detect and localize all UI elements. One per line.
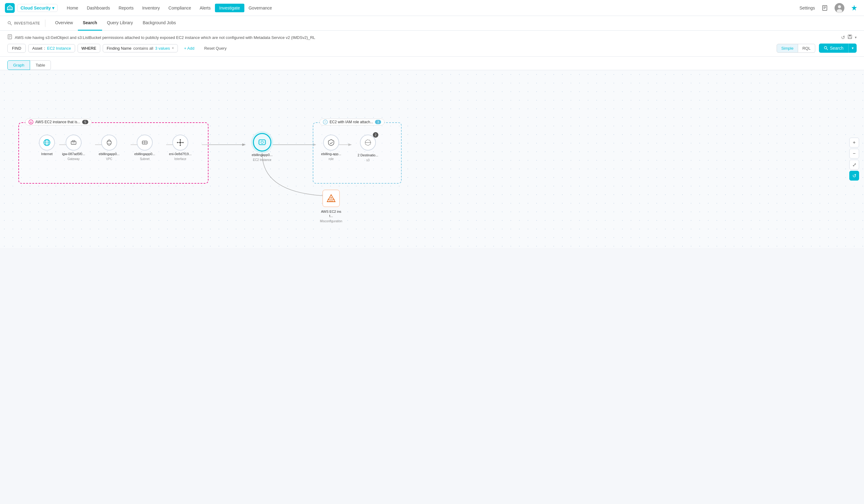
svg-point-54 (261, 141, 263, 143)
rql-mode-button[interactable]: RQL (798, 44, 815, 53)
svg-point-51 (177, 142, 178, 143)
svg-text:⊛: ⊛ (30, 121, 32, 124)
product-switcher[interactable]: Cloud Security ▾ (17, 4, 58, 12)
filter-values: 3 values (155, 46, 170, 51)
svg-line-20 (826, 49, 828, 50)
node-s3[interactable]: 2 2 Destinatio... s3 (356, 135, 380, 162)
book-icon-btn[interactable] (820, 3, 830, 13)
assistant-icon-btn[interactable] (849, 3, 859, 13)
node-ec2main-sublabel: EC2 Instance (253, 158, 271, 161)
group1-count: 5 (82, 120, 88, 124)
query-description: AWS role having s3:GetObject and s3:List… (7, 34, 857, 40)
nav-investigate[interactable]: Investigate (215, 4, 244, 12)
filter-operator: contains all (133, 46, 153, 51)
zoom-in-button[interactable]: + (849, 137, 859, 147)
search-chevron-button[interactable]: ▾ (848, 44, 857, 53)
graph-view-tab[interactable]: Graph (7, 60, 30, 70)
product-name: Cloud Security (21, 5, 51, 10)
node-misconfiguration[interactable]: AWS EC2 inst... Misconfiguration (316, 190, 347, 223)
node-vpc-sublabel: VPC (106, 157, 112, 161)
node-misc-sublabel: Misconfiguration (320, 219, 343, 223)
nav-governance[interactable]: Governance (244, 4, 276, 12)
node-vpc-label: ebillingapp0... (99, 152, 120, 156)
node-subnet-sublabel: Subnet (140, 157, 149, 161)
doc-icon (7, 34, 12, 40)
tab-query-library[interactable]: Query Library (102, 16, 138, 31)
node-misc-label: AWS EC2 inst... (319, 209, 343, 218)
filter-chip[interactable]: Finding Name contains all 3 values × (103, 44, 178, 52)
nav-alerts[interactable]: Alerts (195, 4, 215, 12)
mode-selector: Simple RQL (777, 44, 815, 53)
node-role-circle (323, 135, 339, 151)
node-ec2main[interactable]: ebillingapp0... EC2 Instance (248, 133, 276, 161)
nav-reports[interactable]: Reports (115, 4, 138, 12)
search-group: Search ▾ (819, 44, 857, 53)
fit-view-button[interactable]: ⤢ (849, 160, 859, 169)
filter-name: Finding Name (107, 46, 132, 51)
zoom-out-button[interactable]: − (849, 149, 859, 158)
add-button[interactable]: + Add (180, 44, 198, 52)
graph-area: ⊛ AWS EC2 instance that is... 5 ⟳ EC2 wi… (0, 70, 864, 248)
nav-inventory[interactable]: Inventory (138, 4, 164, 12)
sub-nav-divider (45, 20, 45, 27)
find-button[interactable]: FIND (7, 44, 26, 53)
main-nav: Home Dashboards Reports Inventory Compli… (62, 4, 276, 12)
group-iam-label: ⟳ EC2 with IAM role attach... 3 (320, 119, 384, 125)
svg-point-44 (179, 142, 181, 143)
node-subnet-circle (137, 135, 153, 151)
svg-point-49 (180, 139, 181, 141)
group2-label-text: EC2 with IAM role attach... (329, 120, 373, 124)
node-vpc[interactable]: ebillingapp0... VPC (97, 135, 121, 161)
undo-icon[interactable]: ↺ (841, 35, 845, 40)
svg-rect-17 (849, 35, 851, 36)
svg-point-8 (837, 9, 842, 13)
node-igw-sublabel: Gateway (68, 157, 80, 161)
s3-badge: 2 (373, 132, 379, 137)
asset-type-value: EC2 Instance (47, 46, 71, 51)
search-button[interactable]: Search (819, 44, 848, 53)
graph-controls: + − ⤢ ↺ (849, 137, 859, 181)
node-interface-sublabel: Interface (175, 157, 187, 161)
node-igw-circle (65, 135, 82, 151)
node-internet-circle (39, 135, 55, 151)
node-role[interactable]: ebilling-app... role (319, 135, 344, 161)
nav-home[interactable]: Home (62, 4, 83, 12)
node-internet[interactable]: Internet (35, 135, 59, 156)
settings-link[interactable]: Settings (799, 5, 815, 10)
asset-type-selector[interactable]: Asset : EC2 Instance (28, 44, 75, 52)
chevron-down-icon[interactable]: ▾ (855, 35, 857, 39)
tab-search[interactable]: Search (78, 16, 102, 31)
node-interface-circle (172, 135, 188, 151)
simple-mode-button[interactable]: Simple (777, 44, 798, 53)
svg-marker-9 (851, 5, 857, 11)
node-ec2main-label: ebillingapp0... (252, 153, 273, 157)
sub-nav: INVESTIGATE Overview Search Query Librar… (0, 16, 864, 31)
product-chevron-icon: ▾ (52, 5, 54, 10)
svg-rect-18 (849, 37, 851, 39)
svg-point-7 (838, 5, 841, 8)
table-view-tab[interactable]: Table (30, 60, 51, 70)
app-logo[interactable] (5, 3, 15, 13)
query-bar-container: AWS role having s3:GetObject and s3:List… (0, 31, 864, 57)
node-interface[interactable]: eni-0e8d7f19... Interface (168, 135, 193, 161)
svg-point-19 (824, 47, 827, 49)
filter-close-icon[interactable]: × (172, 46, 174, 50)
node-internet-label: Internet (41, 152, 52, 156)
nav-dashboards[interactable]: Dashboards (83, 4, 115, 12)
tab-overview[interactable]: Overview (50, 16, 78, 31)
nav-right-section: Settings (799, 3, 859, 13)
where-button[interactable]: WHERE (77, 44, 100, 53)
user-avatar[interactable] (835, 3, 844, 13)
svg-text:⟳: ⟳ (324, 121, 326, 123)
tab-background-jobs[interactable]: Background Jobs (138, 16, 181, 31)
node-igw-label: igw-087ad5f0... (62, 152, 85, 156)
save-icon[interactable] (848, 34, 852, 40)
view-tabs: Graph Table (0, 57, 864, 70)
query-row: FIND Asset : EC2 Instance WHERE Finding … (7, 44, 857, 53)
reset-query-button[interactable]: Reset Query (201, 44, 230, 52)
node-role-sublabel: role (329, 157, 334, 161)
reset-view-button[interactable]: ↺ (849, 171, 859, 181)
node-igw[interactable]: igw-087ad5f0... Gateway (61, 135, 86, 161)
node-subnet[interactable]: ebillingapp0... Subnet (132, 135, 157, 161)
nav-compliance[interactable]: Compliance (164, 4, 195, 12)
